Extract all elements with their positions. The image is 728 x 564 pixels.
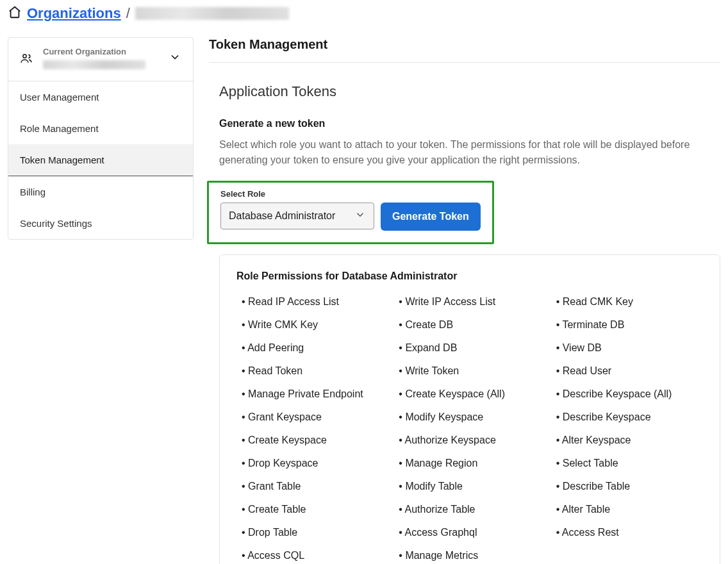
permission-item: • Grant Keyspace [236, 411, 388, 435]
sidebar-nav: User ManagementRole ManagementToken Mana… [8, 81, 193, 239]
role-permissions-title: Role Permissions for Database Administra… [236, 270, 703, 282]
select-role-label: Select Role [220, 189, 481, 199]
permission-item: • Add Peering [236, 342, 388, 365]
permission-item: • Access Rest [551, 527, 703, 550]
permission-item: • Read User [551, 365, 703, 388]
permission-item: • Create Keyspace (All) [393, 388, 545, 411]
org-switcher-current-name [43, 60, 145, 69]
chevron-down-icon [169, 51, 181, 66]
permission-item: • Describe Table [551, 481, 703, 504]
permission-item: • Access CQL [236, 550, 388, 564]
generate-token-controls: Select Role Database Administrator Gener… [207, 181, 494, 244]
role-select[interactable]: Database Administrator [220, 203, 374, 229]
permission-item: • Write Token [393, 365, 545, 388]
home-icon[interactable] [8, 5, 22, 22]
sidebar-item-token-management[interactable]: Token Management [8, 144, 193, 176]
generate-token-description: Select which role you want to attach to … [219, 137, 720, 168]
main-content: Token Management Application Tokens Gene… [209, 37, 720, 564]
permission-item: • Authorize Table [393, 504, 545, 527]
permission-item: • Terminate DB [551, 319, 703, 342]
chevron-down-icon [354, 209, 366, 223]
sidebar-item-billing[interactable]: Billing [8, 176, 193, 208]
permission-item: • Manage Metrics [393, 550, 545, 564]
permission-item: • Describe Keyspace (All) [551, 388, 703, 411]
permission-item: • Modify Table [393, 481, 545, 504]
permission-item: • Expand DB [393, 342, 545, 365]
section-title: Application Tokens [219, 83, 720, 100]
svg-point-0 [23, 54, 26, 58]
org-switcher-label: Current Organization [43, 47, 169, 56]
role-permissions-card: Role Permissions for Database Administra… [219, 254, 720, 564]
permission-item: • Create DB [393, 319, 545, 342]
sidebar-item-security-settings[interactable]: Security Settings [8, 208, 193, 239]
permission-item: • Modify Keyspace [393, 411, 545, 435]
permission-item: • Drop Keyspace [236, 458, 388, 481]
breadcrumb-separator: / [126, 5, 130, 22]
generate-token-button[interactable]: Generate Token [381, 203, 481, 231]
page-title: Token Management [209, 37, 720, 63]
breadcrumb-current-org [135, 7, 289, 20]
permission-item: • Read IP Access List [236, 296, 388, 319]
permission-item: • Manage Region [393, 458, 545, 481]
sidebar-item-role-management[interactable]: Role Management [8, 113, 193, 144]
permission-item: • Manage Private Endpoint [236, 388, 388, 411]
users-icon [20, 52, 33, 65]
role-select-value: Database Administrator [229, 210, 335, 222]
permission-item: • Write IP Access List [393, 296, 545, 319]
breadcrumb-organizations-link[interactable]: Organizations [27, 5, 121, 22]
permission-item: • Alter Table [551, 504, 703, 527]
permission-item: • Authorize Keyspace [393, 435, 545, 458]
permission-item: • Describe Keyspace [551, 411, 703, 435]
permission-item: • Grant Table [236, 481, 388, 504]
generate-token-heading: Generate a new token [219, 118, 720, 129]
permission-item: • Access Graphql [393, 527, 545, 550]
breadcrumb: Organizations / [8, 5, 720, 22]
permission-item: • Alter Keyspace [551, 435, 703, 458]
permission-item: • Create Keyspace [236, 435, 388, 458]
role-permissions-list: • Read IP Access List• Write IP Access L… [236, 296, 703, 564]
permission-item: • Select Table [551, 458, 703, 481]
permission-item: • View DB [551, 342, 703, 365]
sidebar: Current Organization User ManagementRole… [8, 37, 194, 240]
permission-item: • Drop Table [236, 527, 388, 550]
sidebar-item-user-management[interactable]: User Management [8, 81, 193, 113]
permission-item: • Create Table [236, 504, 388, 527]
org-switcher[interactable]: Current Organization [8, 38, 193, 81]
permission-item: • Read CMK Key [551, 296, 703, 319]
permission-item: • Write CMK Key [236, 319, 388, 342]
permission-item: • Read Token [236, 365, 388, 388]
